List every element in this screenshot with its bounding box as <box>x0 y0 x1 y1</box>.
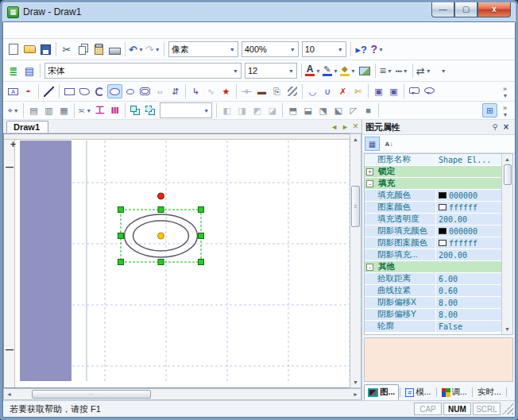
maximize-button[interactable]: ▢ <box>454 2 477 17</box>
grid-scroll-thumb[interactable] <box>504 164 512 185</box>
same-size-button[interactable]: ▦ <box>56 103 72 118</box>
copy-button[interactable] <box>75 41 91 57</box>
select-mode-button[interactable]: ⌖▼ <box>6 103 21 118</box>
font-size-combo[interactable]: 12▼ <box>245 63 297 79</box>
property-row[interactable]: 阴影填充... 200.00 <box>365 249 501 261</box>
tab-draw1[interactable]: Draw1 <box>6 121 48 133</box>
category-row[interactable]: + 锁定 <box>365 166 501 178</box>
category-row[interactable]: - 其他 <box>365 261 501 273</box>
property-row[interactable]: 图案颜色 ffffff <box>365 202 501 214</box>
polygon-tool-button[interactable] <box>77 84 92 98</box>
double-arrow-tool-button[interactable]: ⇔ <box>153 84 168 98</box>
horizontal-scroll-thumb[interactable]: ⋯ <box>32 390 151 399</box>
text-tool-button[interactable]: A <box>6 84 21 98</box>
property-value[interactable]: 6.00 <box>436 275 501 283</box>
pages-button[interactable]: ▤ <box>21 63 37 79</box>
open-button[interactable] <box>21 41 37 57</box>
bool-subtract-button[interactable]: ◩ <box>249 103 265 118</box>
scroll-up-icon[interactable]: ▲ <box>502 154 512 164</box>
curve-tool-button[interactable]: ∿ <box>203 84 218 98</box>
line-width-button[interactable]: ≡▼ <box>378 63 394 79</box>
tab-realtime[interactable]: 实时... <box>474 384 505 400</box>
rectangle-tool-button[interactable] <box>62 84 77 98</box>
property-value[interactable]: 0.60 <box>436 287 501 295</box>
menu-item[interactable] <box>41 29 52 32</box>
expander-icon[interactable]: - <box>366 264 373 271</box>
menu-item[interactable] <box>97 29 108 32</box>
filled-rect-button[interactable]: ▬ <box>254 84 269 98</box>
layers-button[interactable]: ≣ <box>6 63 21 79</box>
callout-button[interactable] <box>407 84 422 98</box>
save-button[interactable] <box>37 41 53 57</box>
titlebar[interactable]: ▦ Draw - Draw1 — ▢ x <box>2 2 516 21</box>
callout-rounded-button[interactable] <box>422 84 437 98</box>
rounded-rect-tool-button[interactable] <box>137 84 153 98</box>
flip-button[interactable]: ■ <box>361 103 376 118</box>
toolbar-overflow-button[interactable]: ▼ <box>435 63 451 79</box>
open-curve-tool-button[interactable]: ∪ <box>320 84 335 98</box>
property-value[interactable]: 000000 <box>436 191 501 200</box>
undo-button[interactable]: ↶▼ <box>128 41 145 57</box>
tab-element-properties[interactable]: 图... <box>364 384 399 400</box>
toolbar-overflow-button[interactable]: »▼ <box>497 84 512 98</box>
freeform-tool-button[interactable]: ◡ <box>305 84 320 98</box>
pin-icon[interactable]: ⚲ <box>489 122 501 133</box>
property-row[interactable]: 轮廓 False <box>365 321 501 333</box>
categorized-view-button[interactable]: ▦ <box>365 137 380 151</box>
property-value[interactable]: 8.00 <box>436 299 501 307</box>
help-button[interactable]: ?▼ <box>369 41 385 57</box>
insert-picture-button[interactable]: ▣ <box>371 84 386 98</box>
line-style-button[interactable]: ┅▼ <box>394 63 410 79</box>
custom-shape-button[interactable]: ◓ <box>21 84 36 98</box>
connector-tool-button[interactable]: ↳ <box>188 84 203 98</box>
updown-arrow-tool-button[interactable]: ⇵ <box>168 84 183 98</box>
scroll-down-icon[interactable]: ▼ <box>350 377 361 387</box>
menu-item[interactable] <box>8 29 19 32</box>
insert-image-button[interactable] <box>357 63 373 79</box>
property-row[interactable]: 拾取距离 6.00 <box>365 273 501 285</box>
tab-palette[interactable]: 调... <box>438 384 471 400</box>
print-button[interactable] <box>106 41 122 57</box>
tab-module[interactable]: # 模... <box>401 384 435 400</box>
arrow-style-button[interactable]: ⇄▼ <box>416 63 432 79</box>
send-backward-button[interactable]: ⬕ <box>331 103 346 118</box>
vertical-scroll-thumb[interactable]: ≡ <box>351 186 360 227</box>
property-row[interactable]: 阴影偏移Y 8.00 <box>365 309 501 321</box>
bool-union-button[interactable]: ◧ <box>219 103 234 118</box>
fill-color-button[interactable]: ◆▼ <box>339 63 357 79</box>
align-center-v-button[interactable]: 工 <box>92 103 107 118</box>
tab-scroll-right-icon[interactable]: ► <box>342 123 349 131</box>
property-value[interactable]: 000000 <box>436 227 501 236</box>
font-color-button[interactable]: A▼ <box>304 63 322 79</box>
panel-close-icon[interactable]: × <box>501 122 512 133</box>
property-row[interactable]: 图形名称 Shape_El... <box>365 154 501 166</box>
category-row[interactable]: - 填充 <box>365 178 501 190</box>
vertical-scrollbar[interactable]: ▲ ≡ ▼ <box>350 133 361 388</box>
menu-item[interactable] <box>52 29 64 32</box>
property-row[interactable]: 阴影图案颜色 ffffff <box>365 237 501 249</box>
layer-combo[interactable]: ▼ <box>160 102 212 118</box>
tab-scroll-left-icon[interactable]: ◄ <box>331 123 338 131</box>
property-value[interactable]: 200.00 <box>436 251 501 260</box>
property-value[interactable]: 8.00 <box>436 310 501 319</box>
property-row[interactable]: 曲线拉紧 0.60 <box>365 285 501 297</box>
property-value[interactable]: False <box>436 322 501 331</box>
rotate-button[interactable]: ◸ <box>346 103 361 118</box>
property-value[interactable]: ffffff <box>436 203 501 212</box>
alphabetical-sort-button[interactable]: A↓ <box>381 137 396 151</box>
trim-button[interactable]: ✄ <box>350 84 365 98</box>
new-button[interactable] <box>6 41 21 57</box>
snap-toggle-button[interactable]: ⊞ <box>482 103 497 118</box>
grid-scrollbar[interactable]: ▲ ▼ <box>501 154 512 334</box>
bool-exclude-button[interactable]: ◪ <box>265 103 280 118</box>
hatch-button[interactable] <box>284 84 300 98</box>
property-row[interactable]: 填充颜色 000000 <box>365 190 501 202</box>
property-value[interactable]: Shape_El... <box>436 156 501 164</box>
bool-intersect-button[interactable]: ◨ <box>234 103 249 118</box>
menu-item[interactable] <box>64 29 75 32</box>
expander-icon[interactable]: + <box>366 168 373 175</box>
picture-link-button[interactable]: ▣ <box>386 84 401 98</box>
same-width-button[interactable]: ▤ <box>26 103 41 118</box>
drawing-canvas[interactable]: + — — <box>3 133 350 388</box>
ellipse-tool-button[interactable] <box>107 84 122 98</box>
